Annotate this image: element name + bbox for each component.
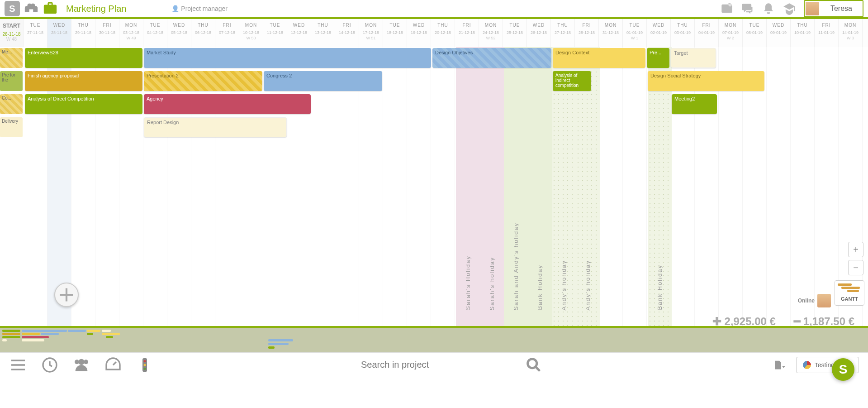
date-column[interactable]: THU10-01-19	[791, 19, 815, 47]
task-row-stub[interactable]: Pre for the	[0, 71, 23, 91]
task-bar[interactable]: Design Objetives	[432, 48, 551, 68]
date-column[interactable]: WED28-11-18	[47, 19, 71, 47]
date-column[interactable]: WED05-12-18	[167, 19, 191, 47]
date-value: 14-01-19	[839, 30, 862, 35]
task-bar[interactable]: Pre...	[647, 48, 669, 68]
task-bar[interactable]: Analysis of Direct Competition	[25, 94, 142, 114]
svg-point-3	[144, 364, 146, 366]
gantt-view-button[interactable]: GANTT	[835, 280, 864, 306]
date-column[interactable]: MON03-12-18W 49	[119, 19, 143, 47]
task-row-stub[interactable]: Co...	[0, 94, 23, 114]
holiday-label: Bank Holiday	[536, 264, 543, 310]
task-bar[interactable]: Meeting2	[672, 94, 717, 114]
date-column[interactable]: MON17-12-18W 51	[359, 19, 383, 47]
task-bar[interactable]: Design Social Strategy	[648, 71, 764, 91]
add-briefcase-icon[interactable]	[721, 2, 733, 15]
week-value: W 50	[239, 36, 263, 40]
team-icon[interactable]	[72, 356, 90, 374]
date-column[interactable]: MON31-12-18	[599, 19, 623, 47]
date-column[interactable]: MON24-12-18W 52	[479, 19, 503, 47]
date-column[interactable]: WED02-01-19	[647, 19, 671, 47]
traffic-light-icon[interactable]	[136, 356, 154, 374]
binoculars-icon[interactable]	[24, 1, 39, 16]
holiday-label: Bank Holiday	[656, 264, 663, 310]
gantt-chart[interactable]: Sarah's HolidaySarah's holidaySarah and …	[0, 47, 868, 328]
clock-icon[interactable]	[41, 356, 59, 374]
date-column[interactable]: FRI04-01-19	[695, 19, 719, 47]
task-bar[interactable]: Analysis of indirect competition	[553, 71, 591, 91]
date-column[interactable]: FRI21-12-18	[455, 19, 479, 47]
search-input[interactable]	[357, 356, 516, 374]
date-column[interactable]: TUE25-12-18	[503, 19, 527, 47]
date-column[interactable]: THU06-12-18	[191, 19, 215, 47]
add-task-button[interactable]	[54, 283, 79, 307]
task-bar[interactable]: Report Design	[144, 117, 287, 137]
date-value: 02-01-19	[647, 30, 670, 35]
task-bar[interactable]: Congress 2	[264, 71, 382, 91]
day-name: WED	[407, 23, 431, 28]
date-column[interactable]: FRI07-12-18	[215, 19, 239, 47]
date-column[interactable]: FRI28-12-18	[575, 19, 599, 47]
date-column[interactable]: WED26-12-18	[527, 19, 551, 47]
bottom-bar: Testing mode	[0, 352, 868, 377]
date-column[interactable]: TU15-01	[863, 19, 868, 47]
date-column[interactable]: THU13-12-18	[311, 19, 335, 47]
search-icon[interactable]	[525, 356, 543, 374]
date-value: 09-01-19	[767, 30, 790, 35]
zoom-in-button[interactable]: +	[848, 242, 863, 257]
floating-action-button[interactable]: S	[832, 358, 854, 381]
task-bar[interactable]: Finish agency proposal	[25, 71, 142, 91]
date-column[interactable]: THU27-12-18	[551, 19, 575, 47]
date-value: 20-12-18	[431, 30, 455, 35]
date-column[interactable]: TUE27-11-18	[24, 19, 47, 47]
date-column[interactable]: TUE18-12-18	[383, 19, 407, 47]
chat-icon[interactable]	[741, 2, 754, 15]
date-column[interactable]: WED12-12-18	[287, 19, 311, 47]
date-column[interactable]: TUE04-12-18	[143, 19, 167, 47]
date-value: 13-12-18	[311, 30, 335, 35]
date-column[interactable]: MON14-01-19W 3	[839, 19, 863, 47]
graduation-icon[interactable]	[783, 2, 796, 15]
dashboard-icon[interactable]	[104, 356, 122, 374]
date-column[interactable]: FRI11-01-19	[815, 19, 839, 47]
svg-point-2	[144, 360, 146, 362]
task-bar[interactable]: Market Study	[144, 48, 431, 68]
date-column[interactable]: TUE01-01-19W 1	[623, 19, 647, 47]
zoom-out-button[interactable]: −	[848, 260, 863, 275]
date-value: 21-12-18	[455, 30, 479, 35]
task-bar[interactable]: Target	[671, 48, 716, 68]
list-view-icon[interactable]	[9, 356, 27, 374]
timeline-overview[interactable]	[0, 328, 868, 352]
user-badge[interactable]: Teresa	[804, 0, 863, 17]
task-bar[interactable]: Agency	[144, 94, 311, 114]
date-column[interactable]: THU03-01-19	[671, 19, 695, 47]
app-logo-icon[interactable]: S	[5, 1, 20, 16]
task-bar[interactable]: Presentation 2	[144, 71, 262, 91]
briefcase-icon[interactable]	[43, 1, 58, 16]
avatar-icon	[806, 2, 819, 15]
date-column[interactable]: MON07-01-19W 2	[719, 19, 743, 47]
holiday-band: Sarah's holiday	[480, 47, 504, 326]
date-column[interactable]: WED19-12-18	[407, 19, 431, 47]
document-dropdown-icon[interactable]	[773, 358, 787, 372]
task-bar[interactable]: EnterviewS28	[25, 48, 142, 68]
day-name: FRI	[455, 23, 479, 28]
online-badge[interactable]: Online	[798, 294, 831, 307]
date-column[interactable]: THU20-12-18	[431, 19, 455, 47]
task-bar[interactable]: Design Context	[553, 48, 645, 68]
date-value: 31-12-18	[599, 30, 622, 35]
date-column[interactable]: TUE08-01-19	[743, 19, 767, 47]
date-column[interactable]: THU29-11-18	[71, 19, 95, 47]
date-column[interactable]: TUE11-12-18	[263, 19, 287, 47]
task-row-stub[interactable]: Me...	[0, 48, 23, 68]
date-column[interactable]: WED09-01-19	[767, 19, 791, 47]
date-value: 19-12-18	[407, 30, 431, 35]
date-column[interactable]: MON10-12-18W 50	[239, 19, 263, 47]
date-column[interactable]: FRI30-11-18	[95, 19, 119, 47]
date-value: 12-12-18	[287, 30, 311, 35]
date-column[interactable]: FRI14-12-18	[335, 19, 359, 47]
day-name: FRI	[215, 23, 239, 28]
date-value: 14-12-18	[335, 30, 359, 35]
task-row-stub[interactable]: Delivery	[0, 117, 23, 137]
bell-icon[interactable]	[762, 2, 775, 15]
